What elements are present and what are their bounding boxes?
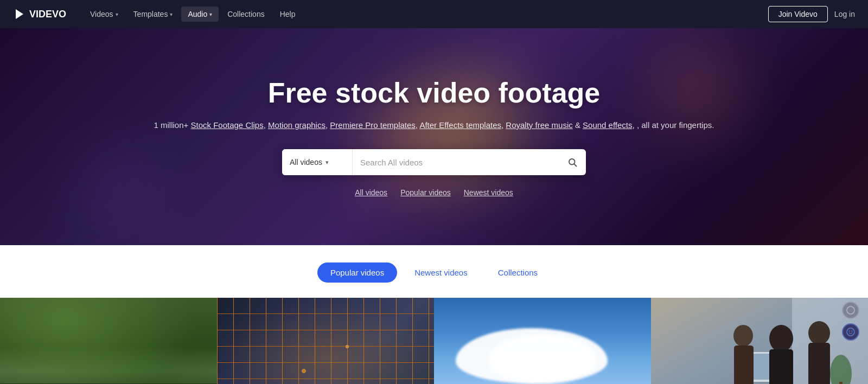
search-category-label: All videos <box>290 158 322 167</box>
quick-link-newest[interactable]: Newest videos <box>464 188 513 197</box>
subtitle-link-stock[interactable]: Stock Footage Clips <box>190 120 263 130</box>
svg-rect-15 <box>839 382 843 384</box>
video-thumb-clouds[interactable] <box>434 298 651 384</box>
logo-text: VIDEVO <box>29 9 66 20</box>
office-svg <box>651 298 868 384</box>
svg-point-12 <box>733 325 753 347</box>
scroll-widget <box>842 302 859 341</box>
svg-point-8 <box>769 325 793 352</box>
search-input[interactable] <box>353 149 559 175</box>
navbar: VIDEVO Videos ▾ Templates ▾ Audio ▾ Coll… <box>0 0 868 28</box>
subtitle-link-premiere[interactable]: Premiere Pro templates <box>330 120 416 130</box>
content-section: Popular videos Newest videos Collections <box>0 245 868 384</box>
chevron-down-icon: ▾ <box>116 11 118 17</box>
search-category-dropdown[interactable]: All videos ▾ <box>282 149 353 175</box>
nav-item-collections[interactable]: Collections <box>221 7 271 22</box>
nav-item-templates[interactable]: Templates ▾ <box>127 7 180 22</box>
tab-popular-videos[interactable]: Popular videos <box>317 263 397 283</box>
subtitle-link-motion[interactable]: Motion graphics <box>268 120 326 130</box>
scroll-dot-top[interactable] <box>842 302 859 319</box>
video-grid <box>0 298 868 384</box>
svg-point-17 <box>847 328 854 336</box>
login-button[interactable]: Log in <box>834 10 855 18</box>
svg-line-2 <box>574 164 576 166</box>
search-category-chevron: ▾ <box>326 159 329 166</box>
scroll-up-icon <box>846 306 855 315</box>
tabs-row: Popular videos Newest videos Collections <box>0 263 868 283</box>
svg-point-18 <box>849 331 850 332</box>
search-button[interactable] <box>559 149 586 175</box>
nav-right: Join Videvo Log in <box>768 6 855 22</box>
svg-point-10 <box>808 321 830 345</box>
svg-point-16 <box>847 306 854 314</box>
subtitle-link-sound[interactable]: Sound effects <box>583 120 632 130</box>
scroll-dot-bottom[interactable] <box>842 323 859 341</box>
chevron-down-icon: ▾ <box>170 11 173 17</box>
smiley-icon <box>846 328 855 336</box>
svg-rect-13 <box>734 345 754 384</box>
video-thumb-industrial[interactable] <box>217 298 434 384</box>
video-thumb-office[interactable] <box>651 298 868 384</box>
site-logo[interactable]: VIDEVO <box>13 8 66 21</box>
subtitle-prefix: 1 million+ <box>154 120 189 130</box>
svg-point-19 <box>852 331 853 332</box>
svg-rect-11 <box>808 343 830 384</box>
nav-item-help[interactable]: Help <box>273 7 302 22</box>
quick-link-all-videos[interactable]: All videos <box>355 188 387 197</box>
nav-item-audio[interactable]: Audio ▾ <box>181 7 219 22</box>
search-bar: All videos ▾ <box>282 149 586 175</box>
hero-subtitle: 1 million+ Stock Footage Clips, Motion g… <box>11 119 857 132</box>
search-icon <box>567 157 577 167</box>
video-thumb-rain[interactable] <box>0 298 217 384</box>
svg-marker-0 <box>16 9 23 19</box>
subtitle-link-music[interactable]: Royalty free music <box>506 120 572 130</box>
nav-item-videos[interactable]: Videos ▾ <box>84 7 125 22</box>
chevron-down-icon: ▾ <box>209 11 212 17</box>
nav-links: Videos ▾ Templates ▾ Audio ▾ Collections… <box>84 7 768 22</box>
logo-icon <box>13 8 26 21</box>
hero-section: Free stock video footage 1 million+ Stoc… <box>0 28 868 245</box>
tab-newest-videos[interactable]: Newest videos <box>401 263 481 283</box>
hero-title: Free stock video footage <box>11 76 857 109</box>
tab-collections[interactable]: Collections <box>485 263 551 283</box>
svg-rect-9 <box>769 349 793 384</box>
hero-content: Free stock video footage 1 million+ Stoc… <box>0 76 868 197</box>
quick-link-popular[interactable]: Popular videos <box>400 188 451 197</box>
subtitle-link-aftereffects[interactable]: After Effects templates <box>419 120 501 130</box>
join-button[interactable]: Join Videvo <box>768 6 828 22</box>
subtitle-suffix: , all at your fingertips. <box>637 120 714 130</box>
hero-quick-links: All videos Popular videos Newest videos <box>11 188 857 197</box>
